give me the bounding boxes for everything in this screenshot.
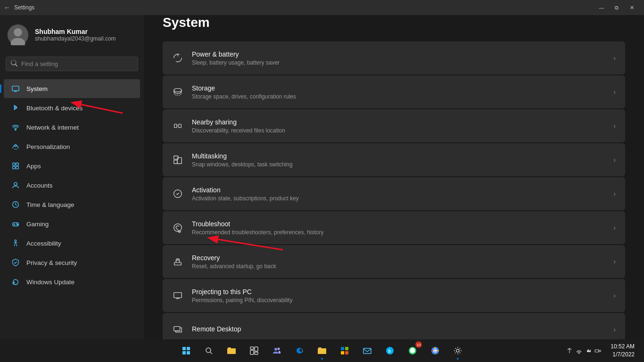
user-email: shubhamdayal2043@gmail.com [35,35,116,42]
sidebar-item-accounts[interactable]: Accounts [4,176,140,195]
settings-item-text-storage: Storage Storage space, drives, configura… [192,84,605,100]
taskbar-start-button[interactable] [176,340,197,361]
search-container [0,55,144,77]
minimize-button[interactable]: — [595,3,608,12]
multitasking-icon [172,154,183,165]
taskbar-widgets-button[interactable] [244,340,264,361]
svg-rect-3 [12,86,19,91]
svg-rect-27 [174,160,177,164]
svg-point-61 [456,349,459,352]
taskbar-skype-button[interactable]: S [380,340,400,361]
search-input[interactable] [21,60,133,67]
settings-item-nearby[interactable]: Nearby sharing Discoverability, received… [163,109,625,142]
sidebar-item-label-network: Network & internet [26,124,79,131]
settings-item-troubleshoot[interactable]: Troubleshoot Recommended troubleshooters… [163,211,625,244]
sidebar-item-gaming[interactable]: Gaming [4,214,140,233]
sidebar-item-label-accessibility: Accessibility [26,240,61,247]
bluetooth-icon [11,104,20,112]
chevron-activation-icon: › [613,190,616,197]
app-title: Settings [14,4,34,11]
settings-item-activation[interactable]: Activation Activation state, subscriptio… [163,177,625,210]
svg-point-22 [174,89,182,92]
close-button[interactable]: ✕ [625,3,638,12]
svg-point-7 [15,145,17,147]
svg-rect-52 [345,351,348,354]
settings-item-title-activation: Activation [192,186,605,194]
svg-point-60 [434,350,436,352]
settings-item-power[interactable]: Power & battery Sleep, battery usage, ba… [163,41,625,74]
settings-item-text-projecting: Projecting to this PC Permissions, pairi… [192,288,605,304]
sidebar-item-accessibility[interactable]: Accessibility [4,234,140,253]
back-button[interactable]: ← [4,4,10,11]
system-icon [11,84,20,93]
maximize-button[interactable]: ⧉ [610,3,623,12]
projecting-icon [172,290,183,301]
taskbar-system-tray[interactable] [562,346,605,356]
taskbar-search-button[interactable] [198,340,219,361]
sidebar-item-bluetooth[interactable]: Bluetooth & devices [4,99,140,117]
settings-item-title-troubleshoot: Troubleshoot [192,220,605,228]
taskbar-center: S 10 [176,340,468,361]
sidebar-item-apps[interactable]: Apps [4,156,140,175]
power-icon [172,52,183,64]
sidebar-item-network[interactable]: Network & internet [4,118,140,137]
taskbar-mail-button[interactable] [357,340,378,361]
svg-rect-39 [182,351,186,354]
settings-item-desc-recovery: Reset, advanced startup, go back [192,263,605,270]
accounts-icon [11,181,20,189]
settings-item-title-remote: Remote Desktop [192,325,605,333]
gaming-icon [11,220,20,228]
taskbar-whatsapp-button[interactable]: 10 [402,340,423,361]
chevron-storage-icon: › [613,88,616,96]
search-icon [11,60,17,68]
svg-point-18 [17,224,18,225]
user-profile[interactable]: Shubham Kumar shubhamdayal2043@gmail.com [0,19,144,55]
sidebar-item-personalization[interactable]: Personalization [4,137,140,156]
taskbar-clock[interactable]: 10:52 AM 1/7/2022 [607,341,638,361]
settings-item-storage[interactable]: Storage Storage space, drives, configura… [163,75,625,108]
network-icon [11,123,20,132]
taskbar-store-button[interactable] [334,340,355,361]
settings-item-desc-projecting: Permissions, pairing PIN, discoverabilit… [192,297,605,304]
taskbar: S 10 [0,339,644,362]
taskbar-settings-button[interactable] [447,340,468,361]
sidebar-item-system[interactable]: System [4,79,140,98]
taskbar-explorer2-button[interactable] [312,340,332,361]
user-name: Shubham Kumar [35,28,116,35]
taskbar-teams-button[interactable] [266,340,287,361]
taskbar-chrome-button[interactable] [425,340,446,361]
sidebar-item-label-apps: Apps [26,163,41,170]
chevron-power-icon: › [613,54,616,62]
svg-rect-11 [16,166,18,169]
search-box[interactable] [6,57,138,71]
chevron-nearby-icon: › [613,122,616,130]
storage-icon [172,86,183,98]
svg-point-29 [174,224,182,232]
settings-item-desc-activation: Activation state, subscriptions, product… [192,195,605,202]
settings-item-desc-power: Sleep, battery usage, battery saver [192,59,605,66]
settings-item-text-troubleshoot: Troubleshoot Recommended troubleshooters… [192,220,605,236]
svg-rect-38 [187,347,190,350]
sidebar-item-privacy[interactable]: Privacy & security [4,253,140,272]
settings-item-projecting[interactable]: Projecting to this PC Permissions, pairi… [163,279,625,312]
settings-item-recovery[interactable]: Recovery Reset, advanced startup, go bac… [163,245,625,278]
svg-rect-36 [174,327,180,331]
chevron-projecting-icon: › [613,292,616,299]
accessibility-icon [11,239,20,247]
settings-item-desc-multitasking: Snap windows, desktops, task switching [192,161,605,168]
taskbar-edge-button[interactable] [289,340,310,361]
settings-list: Power & battery Sleep, battery usage, ba… [163,41,625,346]
settings-item-title-power: Power & battery [192,50,605,58]
svg-rect-9 [16,163,18,165]
svg-point-19 [15,240,17,242]
app-window: ← Settings — ⧉ ✕ Shubham Kuma [0,0,644,362]
window-controls: — ⧉ ✕ [595,3,638,12]
taskbar-fileexplorer-button[interactable] [221,340,242,361]
settings-item-multitasking[interactable]: Multitasking Snap windows, desktops, tas… [163,143,625,176]
settings-item-text-activation: Activation Activation state, subscriptio… [192,186,605,202]
svg-rect-32 [174,263,182,265]
settings-item-desc-storage: Storage space, drives, configuration rul… [192,93,605,100]
sidebar-item-time[interactable]: Time & language [4,195,140,214]
sidebar-item-update[interactable]: Windows Update [4,272,140,291]
svg-rect-33 [174,293,182,298]
